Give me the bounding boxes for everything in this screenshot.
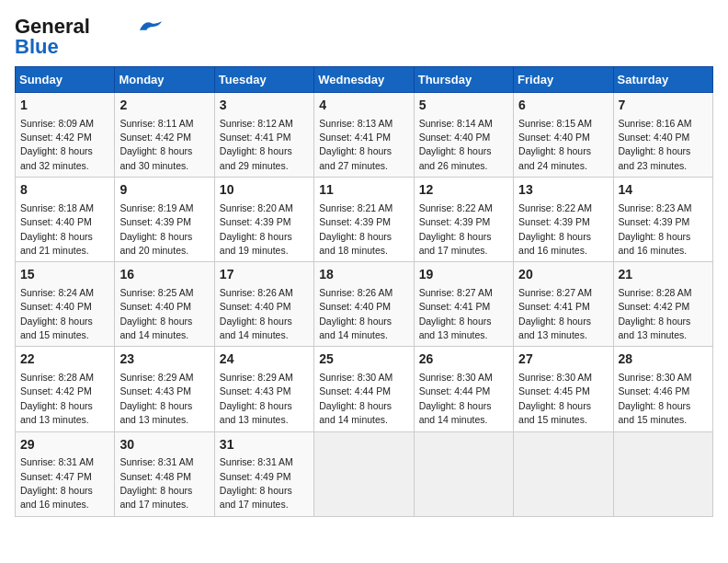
day-number: 27: [518, 350, 608, 369]
calendar-cell: 30Sunrise: 8:31 AM Sunset: 4:48 PM Dayli…: [115, 431, 214, 516]
day-number: 4: [319, 97, 408, 115]
day-info: Sunrise: 8:29 AM Sunset: 4:43 PM Dayligh…: [220, 372, 293, 425]
calendar-cell: [514, 431, 613, 516]
day-number: 31: [220, 436, 309, 454]
day-number: 19: [419, 266, 508, 284]
calendar-body: 1Sunrise: 8:09 AM Sunset: 4:42 PM Daylig…: [16, 93, 713, 517]
day-info: Sunrise: 8:25 AM Sunset: 4:40 PM Dayligh…: [119, 287, 193, 340]
calendar-week-row: 29Sunrise: 8:31 AM Sunset: 4:47 PM Dayli…: [16, 431, 713, 516]
calendar-cell: 15Sunrise: 8:24 AM Sunset: 4:40 PM Dayli…: [16, 262, 115, 347]
day-number: 28: [619, 350, 708, 369]
day-info: Sunrise: 8:15 AM Sunset: 4:40 PM Dayligh…: [518, 118, 592, 171]
calendar-cell: 8Sunrise: 8:18 AM Sunset: 4:40 PM Daylig…: [16, 178, 115, 262]
day-info: Sunrise: 8:22 AM Sunset: 4:39 PM Dayligh…: [518, 202, 592, 256]
day-number: 10: [220, 181, 309, 200]
day-number: 8: [20, 181, 109, 200]
calendar-cell: 3Sunrise: 8:12 AM Sunset: 4:41 PM Daylig…: [214, 93, 313, 178]
calendar-cell: 31Sunrise: 8:31 AM Sunset: 4:49 PM Dayli…: [214, 431, 313, 516]
day-number: 23: [119, 350, 209, 369]
day-info: Sunrise: 8:18 AM Sunset: 4:40 PM Dayligh…: [20, 202, 94, 256]
calendar-cell: 6Sunrise: 8:15 AM Sunset: 4:40 PM Daylig…: [514, 93, 613, 178]
day-info: Sunrise: 8:24 AM Sunset: 4:40 PM Dayligh…: [20, 287, 94, 340]
calendar-cell: 26Sunrise: 8:30 AM Sunset: 4:44 PM Dayli…: [414, 347, 513, 431]
day-info: Sunrise: 8:28 AM Sunset: 4:42 PM Dayligh…: [20, 372, 94, 425]
calendar-cell: [613, 431, 712, 516]
calendar-cell: 17Sunrise: 8:26 AM Sunset: 4:40 PM Dayli…: [214, 262, 313, 347]
logo-blue: Blue: [15, 35, 59, 59]
day-info: Sunrise: 8:26 AM Sunset: 4:40 PM Dayligh…: [319, 287, 392, 340]
day-info: Sunrise: 8:27 AM Sunset: 4:41 PM Dayligh…: [518, 287, 592, 340]
day-number: 17: [220, 266, 309, 284]
calendar-cell: 23Sunrise: 8:29 AM Sunset: 4:43 PM Dayli…: [115, 347, 214, 431]
calendar-cell: 12Sunrise: 8:22 AM Sunset: 4:39 PM Dayli…: [414, 178, 513, 262]
weekday-header-wednesday: Wednesday: [314, 67, 414, 93]
calendar-cell: 27Sunrise: 8:30 AM Sunset: 4:45 PM Dayli…: [514, 347, 613, 431]
day-info: Sunrise: 8:20 AM Sunset: 4:39 PM Dayligh…: [220, 202, 293, 256]
day-info: Sunrise: 8:31 AM Sunset: 4:47 PM Dayligh…: [20, 456, 94, 510]
day-number: 25: [319, 350, 408, 369]
weekday-header-friday: Friday: [514, 67, 613, 93]
day-number: 7: [619, 97, 708, 115]
calendar-week-row: 1Sunrise: 8:09 AM Sunset: 4:42 PM Daylig…: [16, 93, 713, 178]
calendar-week-row: 8Sunrise: 8:18 AM Sunset: 4:40 PM Daylig…: [16, 178, 713, 262]
day-info: Sunrise: 8:13 AM Sunset: 4:41 PM Dayligh…: [319, 118, 392, 171]
day-info: Sunrise: 8:26 AM Sunset: 4:40 PM Dayligh…: [220, 287, 293, 340]
day-number: 3: [220, 97, 309, 115]
calendar-cell: 13Sunrise: 8:22 AM Sunset: 4:39 PM Dayli…: [514, 178, 613, 262]
calendar-header-row: SundayMondayTuesdayWednesdayThursdayFrid…: [16, 67, 713, 93]
day-info: Sunrise: 8:31 AM Sunset: 4:49 PM Dayligh…: [220, 456, 293, 510]
logo: General Blue: [15, 15, 164, 59]
day-info: Sunrise: 8:14 AM Sunset: 4:40 PM Dayligh…: [419, 118, 493, 171]
calendar-cell: [314, 431, 414, 516]
day-info: Sunrise: 8:19 AM Sunset: 4:39 PM Dayligh…: [119, 202, 193, 256]
day-number: 26: [419, 350, 508, 369]
day-number: 18: [319, 266, 408, 284]
day-info: Sunrise: 8:23 AM Sunset: 4:39 PM Dayligh…: [619, 202, 692, 256]
calendar-cell: 18Sunrise: 8:26 AM Sunset: 4:40 PM Dayli…: [314, 262, 414, 347]
calendar-cell: 19Sunrise: 8:27 AM Sunset: 4:41 PM Dayli…: [414, 262, 513, 347]
day-info: Sunrise: 8:30 AM Sunset: 4:45 PM Dayligh…: [518, 372, 592, 425]
calendar-cell: 20Sunrise: 8:27 AM Sunset: 4:41 PM Dayli…: [514, 262, 613, 347]
calendar-cell: 7Sunrise: 8:16 AM Sunset: 4:40 PM Daylig…: [613, 93, 712, 178]
calendar-cell: 21Sunrise: 8:28 AM Sunset: 4:42 PM Dayli…: [613, 262, 712, 347]
day-number: 29: [20, 436, 109, 454]
day-info: Sunrise: 8:22 AM Sunset: 4:39 PM Dayligh…: [419, 202, 493, 256]
calendar-cell: 16Sunrise: 8:25 AM Sunset: 4:40 PM Dayli…: [115, 262, 214, 347]
day-number: 9: [119, 181, 209, 200]
weekday-header-saturday: Saturday: [613, 67, 712, 93]
weekday-header-sunday: Sunday: [16, 67, 115, 93]
calendar-cell: 22Sunrise: 8:28 AM Sunset: 4:42 PM Dayli…: [16, 347, 115, 431]
calendar-cell: 24Sunrise: 8:29 AM Sunset: 4:43 PM Dayli…: [214, 347, 313, 431]
day-number: 5: [419, 97, 508, 115]
calendar-week-row: 15Sunrise: 8:24 AM Sunset: 4:40 PM Dayli…: [16, 262, 713, 347]
day-info: Sunrise: 8:11 AM Sunset: 4:42 PM Dayligh…: [119, 118, 193, 171]
calendar-week-row: 22Sunrise: 8:28 AM Sunset: 4:42 PM Dayli…: [16, 347, 713, 431]
day-number: 1: [20, 97, 109, 115]
day-info: Sunrise: 8:30 AM Sunset: 4:44 PM Dayligh…: [319, 372, 392, 425]
logo-bird-icon: [138, 17, 164, 34]
day-info: Sunrise: 8:16 AM Sunset: 4:40 PM Dayligh…: [619, 118, 692, 171]
calendar-cell: 29Sunrise: 8:31 AM Sunset: 4:47 PM Dayli…: [16, 431, 115, 516]
calendar-cell: 1Sunrise: 8:09 AM Sunset: 4:42 PM Daylig…: [16, 93, 115, 178]
day-number: 6: [518, 97, 608, 115]
calendar-cell: 28Sunrise: 8:30 AM Sunset: 4:46 PM Dayli…: [613, 347, 712, 431]
weekday-header-thursday: Thursday: [414, 67, 513, 93]
calendar-cell: 9Sunrise: 8:19 AM Sunset: 4:39 PM Daylig…: [115, 178, 214, 262]
day-info: Sunrise: 8:21 AM Sunset: 4:39 PM Dayligh…: [319, 202, 392, 256]
calendar-cell: 2Sunrise: 8:11 AM Sunset: 4:42 PM Daylig…: [115, 93, 214, 178]
calendar-cell: [414, 431, 513, 516]
day-number: 12: [419, 181, 508, 200]
calendar-cell: 11Sunrise: 8:21 AM Sunset: 4:39 PM Dayli…: [314, 178, 414, 262]
day-number: 24: [220, 350, 309, 369]
day-number: 21: [619, 266, 708, 284]
day-info: Sunrise: 8:09 AM Sunset: 4:42 PM Dayligh…: [20, 118, 94, 171]
page-header: General Blue: [15, 15, 713, 59]
day-number: 22: [20, 350, 109, 369]
calendar-cell: 25Sunrise: 8:30 AM Sunset: 4:44 PM Dayli…: [314, 347, 414, 431]
day-number: 2: [119, 97, 209, 115]
day-number: 20: [518, 266, 608, 284]
day-number: 11: [319, 181, 408, 200]
day-number: 15: [20, 266, 109, 284]
weekday-header-tuesday: Tuesday: [214, 67, 313, 93]
day-info: Sunrise: 8:30 AM Sunset: 4:44 PM Dayligh…: [419, 372, 493, 425]
